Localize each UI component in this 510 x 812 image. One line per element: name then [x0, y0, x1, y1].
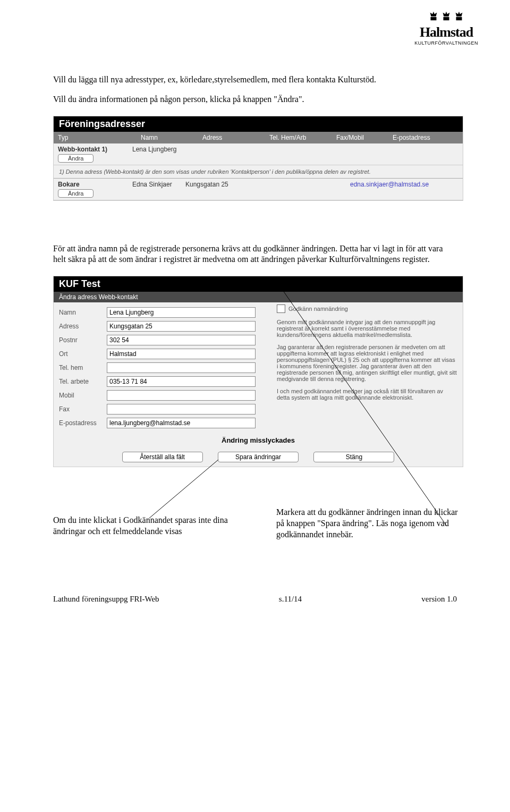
label-telhem: Tel. hem: [59, 364, 107, 371]
address-panel: Föreningsadresser Typ Namn Adress Tel. H…: [53, 116, 463, 201]
row-namn: Lena Ljungberg: [132, 146, 185, 163]
label-telarb: Tel. arbete: [59, 378, 107, 385]
status-message: Ändring misslyckades: [54, 433, 463, 447]
table-header: Typ Namn Adress Tel. Hem/Arb Fax/Mobil E…: [54, 132, 463, 143]
input-telhem[interactable]: [107, 362, 256, 373]
label-namn: Namn: [59, 309, 107, 316]
logo-sub: KULTURFÖRVALTNINGEN: [414, 40, 478, 46]
intro-p2: Vill du ändra informationen på någon per…: [53, 94, 457, 105]
crowns-icon: [414, 11, 478, 24]
input-epost[interactable]: [107, 418, 256, 428]
approve-p3: I och med godkännandet medger jag också …: [277, 388, 457, 401]
table-row: Webb-kontakt 1) Ändra Lena Ljungberg: [54, 143, 463, 165]
panel-note: 1) Denna adress (Webb-kontakt) är den so…: [54, 165, 463, 179]
row-tel: [244, 181, 302, 198]
input-adress[interactable]: [107, 321, 256, 332]
label-fax: Fax: [59, 405, 107, 413]
row-epost: edna.sinkjaer@halmstad.se: [350, 181, 458, 198]
row-fax: [302, 146, 350, 163]
input-fax[interactable]: [107, 404, 256, 415]
reset-button[interactable]: Återställ alla fält: [122, 452, 203, 462]
save-button[interactable]: Spara ändringar: [218, 452, 299, 462]
th-epost: E-postadress: [388, 132, 463, 143]
row-adress: [185, 146, 244, 163]
edit-title: KUF Test: [54, 276, 463, 292]
label-postnr: Postnr: [59, 336, 107, 344]
footer-center: s.11/14: [279, 595, 302, 604]
th-namn: Namn: [137, 132, 198, 143]
row-epost: [350, 146, 458, 163]
mid-text: För att ändra namn på de registrerade pe…: [53, 243, 457, 266]
row-typ-label: Webb-kontakt 1): [58, 146, 132, 153]
row-adress: Kungsgatan 25: [185, 181, 244, 198]
approve-checkbox[interactable]: [277, 304, 285, 313]
th-typ: Typ: [54, 132, 137, 143]
footer-right: version 1.0: [421, 595, 457, 604]
th-adress: Adress: [198, 132, 265, 143]
th-fax: Fax/Mobil: [332, 132, 388, 143]
close-button[interactable]: Stäng: [313, 452, 394, 462]
intro-p1: Vill du lägga till nya adresstyper, ex, …: [53, 74, 457, 86]
th-tel: Tel. Hem/Arb: [265, 132, 332, 143]
label-ort: Ort: [59, 350, 107, 358]
input-postnr[interactable]: [107, 335, 256, 345]
row-namn: Edna Sinkjaer: [132, 181, 185, 198]
row-fax: [302, 181, 350, 198]
annotation-left: Om du inte klickat i Godkännandet sparas…: [53, 515, 239, 537]
approve-p1: Genom mitt godkännande intygar jag att d…: [277, 319, 457, 338]
input-ort[interactable]: [107, 349, 256, 359]
footer-left: Lathund föreningsuppg FRI-Web: [53, 595, 159, 604]
label-mobil: Mobil: [59, 392, 107, 399]
panel-title: Föreningsadresser: [54, 116, 463, 132]
approve-p2: Jag garanterar att den registrerade pers…: [277, 344, 457, 382]
edit-panel: KUF Test Ändra adress Webb-kontakt Namn …: [53, 276, 463, 467]
label-adress: Adress: [59, 323, 107, 330]
approval-text: Godkänn namnändring Genom mitt godkännan…: [271, 302, 463, 409]
edit-button[interactable]: Ändra: [58, 189, 94, 198]
logo-text: Halmstad: [414, 24, 478, 40]
row-typ-label: Bokare: [58, 181, 132, 188]
logo: Halmstad KULTURFÖRVALTNINGEN: [414, 11, 478, 46]
table-row: Bokare Ändra Edna Sinkjaer Kungsgatan 25…: [54, 179, 463, 200]
input-namn[interactable]: [107, 307, 256, 318]
label-epost: E-postadress: [59, 419, 107, 427]
edit-button[interactable]: Ändra: [58, 154, 94, 163]
annotation-right: Markera att du godkänner ändringen innan…: [276, 507, 468, 540]
edit-sub: Ändra adress Webb-kontakt: [54, 292, 463, 302]
input-mobil[interactable]: [107, 390, 256, 401]
input-telarb[interactable]: [107, 376, 256, 387]
row-tel: [244, 146, 302, 163]
approve-label: Godkänn namnändring: [288, 306, 348, 312]
